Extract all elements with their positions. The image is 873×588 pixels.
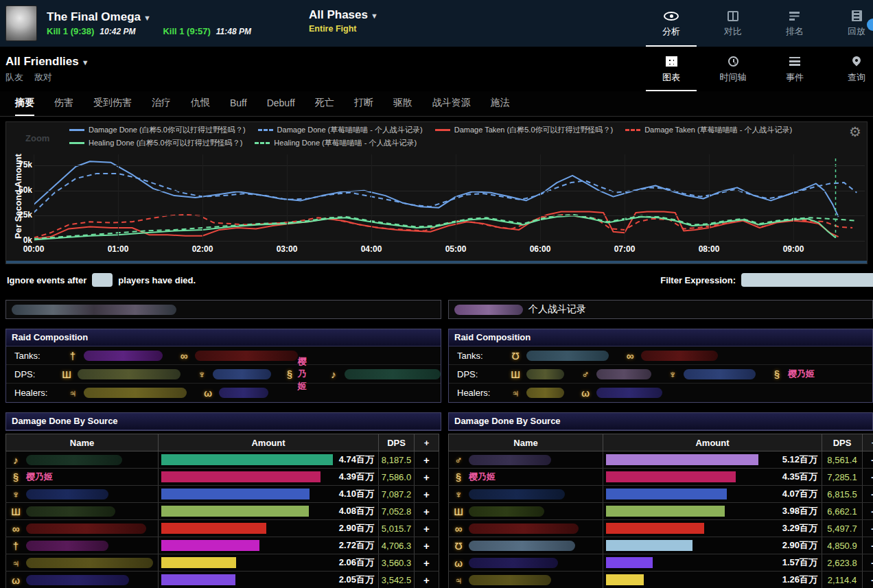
amount-value: 5.12百万 — [782, 454, 817, 466]
player-name[interactable]: 樱乃姬 — [298, 355, 312, 392]
damage-table-row[interactable]: Ш4.08百万7,052.8+ — [6, 503, 439, 520]
report-title-dropdown[interactable]: The Final Omega▼ — [47, 10, 251, 24]
column-header-name[interactable]: Name — [449, 434, 603, 451]
amount-bar — [161, 557, 236, 568]
legend-item[interactable]: Damage Done (草莓喵喵喵 - 个人战斗记录) — [258, 124, 423, 136]
tab-死亡[interactable]: 死亡 — [315, 91, 334, 116]
dragoon-icon: ♆ — [196, 368, 208, 380]
player-name[interactable]: 樱乃姬 — [469, 471, 496, 483]
damage-table-row[interactable]: ♃1.26百万2,114.4+ — [449, 572, 873, 588]
damage-table-row[interactable]: Ʊ2.90百万4,850.9+ — [449, 537, 873, 554]
chart-scroll-strip[interactable] — [6, 261, 867, 263]
role-label: Tanks: — [14, 351, 67, 361]
panel-titlebar[interactable]: 个人战斗记录 — [448, 300, 873, 319]
expand-row-button[interactable]: + — [863, 451, 873, 469]
nav-rankings[interactable]: 排名 — [764, 0, 826, 47]
role-members: ♃ω — [509, 387, 662, 399]
raid-member: ♆ — [196, 368, 271, 380]
tab-受到伤害[interactable]: 受到伤害 — [93, 91, 132, 116]
nav-replay[interactable]: 回放 — [826, 0, 873, 47]
tab-施法[interactable]: 施法 — [491, 91, 510, 116]
view-queries[interactable]: 查询 — [826, 47, 873, 91]
view-events[interactable]: 事件 — [764, 47, 826, 91]
chart-panel[interactable]: Damage Done (白桦5.0你可以打得过野怪吗？)Damage Done… — [5, 121, 868, 264]
legend-item[interactable]: Healing Done (白桦5.0你可以打得过野怪吗？) — [69, 137, 242, 149]
amount-cell-content: 2.90百万 — [159, 522, 378, 534]
x-axis-tick: 00:00 — [16, 244, 51, 254]
fight-link[interactable]: Kill 1 (9:38) 10:42 PM — [47, 26, 135, 36]
damage-table-row[interactable]: ♆4.10百万7,087.2+ — [6, 486, 439, 503]
expand-row-button[interactable]: + — [863, 554, 873, 572]
expand-row-button[interactable]: + — [415, 572, 439, 588]
view-tables[interactable]: 图表 — [640, 47, 702, 91]
column-header-expand[interactable]: + — [415, 434, 439, 451]
column-header-expand[interactable]: + — [863, 434, 873, 451]
tab-Buff[interactable]: Buff — [230, 91, 247, 116]
tab-驱散[interactable]: 驱散 — [393, 91, 412, 116]
column-header-dps[interactable]: DPS — [822, 434, 863, 451]
expand-row-button[interactable]: + — [415, 451, 439, 469]
nav-analyze[interactable]: 分析 — [640, 0, 702, 47]
fight-link[interactable]: Kill 1 (9:57) 11:48 PM — [163, 26, 251, 36]
tab-打断[interactable]: 打断 — [354, 91, 373, 116]
tab-伤害[interactable]: 伤害 — [54, 91, 73, 116]
expand-row-button[interactable]: + — [415, 520, 439, 537]
nav-compare[interactable]: 对比 — [702, 0, 764, 47]
tab-仇恨[interactable]: 仇恨 — [191, 91, 210, 116]
expand-row-button[interactable]: + — [863, 572, 873, 588]
zoom-hint-label: Zoom — [25, 133, 49, 143]
damage-table-row[interactable]: ω1.57百万2,623.8+ — [449, 554, 873, 572]
damage-table-row[interactable]: ♪4.74百万8,187.5+ — [6, 451, 439, 469]
column-header-amount[interactable]: Amount — [159, 434, 379, 451]
expand-row-button[interactable]: + — [863, 486, 873, 503]
gear-icon[interactable]: ⚙ — [849, 125, 861, 139]
panel-titlebar[interactable] — [5, 300, 441, 319]
player-name[interactable]: 樱乃姬 — [788, 368, 815, 380]
damage-table-row[interactable]: ♆4.07百万6,815.5+ — [449, 486, 873, 503]
legend-item[interactable]: Healing Done (草莓喵喵喵 - 个人战斗记录) — [255, 137, 417, 149]
damage-table-row[interactable]: †2.72百万4,706.3+ — [6, 537, 439, 554]
phase-selector[interactable]: All Phases▼ Entire Fight — [309, 8, 378, 34]
friendlies-link[interactable]: 队友 — [5, 71, 23, 84]
expand-row-button[interactable]: + — [863, 503, 873, 520]
damage-table-row[interactable]: ∞2.90百万5,015.7+ — [6, 520, 439, 537]
censored-player-name — [469, 558, 558, 568]
expand-row-button[interactable]: + — [415, 503, 439, 520]
boss-portrait[interactable] — [5, 5, 37, 41]
legend-line-sample — [255, 142, 270, 144]
tab-治疗[interactable]: 治疗 — [152, 91, 171, 116]
legend-item[interactable]: Damage Taken (草莓喵喵喵 - 个人战斗记录) — [625, 124, 792, 136]
column-header-name[interactable]: Name — [6, 434, 159, 451]
column-header-dps[interactable]: DPS — [379, 434, 415, 451]
expand-row-button[interactable]: + — [415, 486, 439, 503]
bard-icon: ♪ — [327, 368, 340, 380]
death-cutoff-input[interactable] — [92, 273, 113, 287]
name-cell-content: ♂ — [449, 454, 603, 466]
expand-row-button[interactable]: + — [863, 520, 873, 537]
expand-row-button[interactable]: + — [415, 537, 439, 554]
damage-table-row[interactable]: ω2.05百万3,542.5+ — [6, 572, 439, 588]
censored-player-name — [469, 524, 579, 534]
damage-table-row[interactable]: ∞3.29百万5,497.7+ — [449, 520, 873, 537]
chart-plot-area[interactable] — [34, 153, 865, 242]
tab-Debuff[interactable]: Debuff — [267, 91, 295, 116]
tab-摘要[interactable]: 摘要 — [15, 91, 34, 116]
damage-table-row[interactable]: Ш3.98百万6,662.1+ — [449, 503, 873, 520]
damage-table-row[interactable]: ♃2.06百万3,560.3+ — [6, 554, 439, 572]
view-timeline[interactable]: 时间轴 — [702, 47, 764, 91]
legend-item[interactable]: Damage Taken (白桦5.0你可以打得过野怪吗？) — [435, 124, 613, 136]
expand-row-button[interactable]: + — [863, 469, 873, 486]
player-name[interactable]: 樱乃姬 — [26, 471, 53, 483]
column-header-amount[interactable]: Amount — [603, 434, 822, 451]
damage-table-row[interactable]: §樱乃姬4.35百万7,285.1+ — [449, 469, 873, 486]
tab-战斗资源[interactable]: 战斗资源 — [432, 91, 471, 116]
expand-row-button[interactable]: + — [415, 554, 439, 572]
x-axis-tick: 04:00 — [354, 244, 388, 254]
expand-row-button[interactable]: + — [863, 537, 873, 554]
damage-table-row[interactable]: §樱乃姬4.39百万7,586.0+ — [6, 469, 439, 486]
filter-expression-input[interactable] — [741, 273, 873, 287]
legend-item[interactable]: Damage Done (白桦5.0你可以打得过野怪吗？) — [69, 124, 246, 136]
damage-table-row[interactable]: ♂5.12百万8,561.4+ — [449, 451, 873, 469]
enemies-link[interactable]: 敌对 — [34, 71, 52, 84]
expand-row-button[interactable]: + — [415, 469, 439, 486]
